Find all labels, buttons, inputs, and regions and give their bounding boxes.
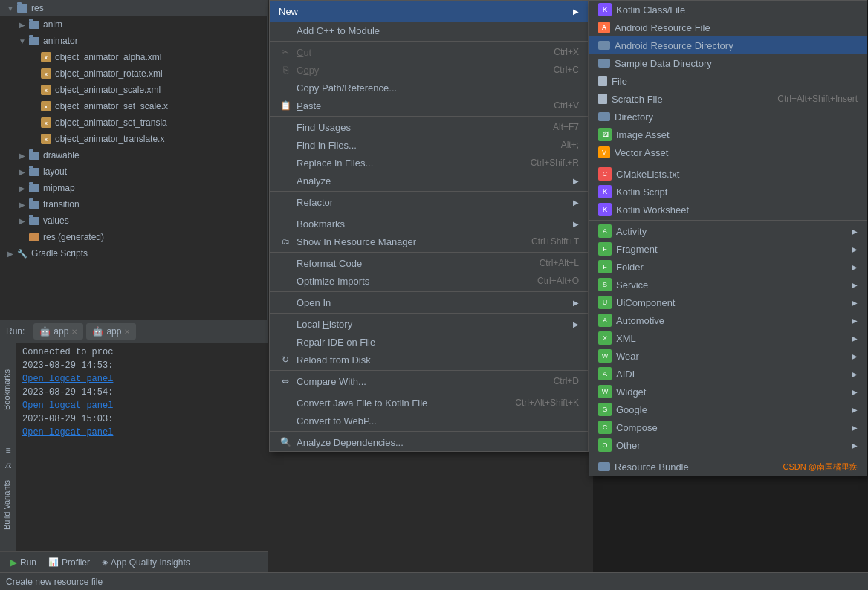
analyze-arrow: ▶ [573, 177, 579, 185]
run-line-3[interactable]: Open logcat panel [22, 372, 262, 386]
quality-button[interactable]: ◈ App Quality Insights [97, 556, 195, 569]
tree-item-values[interactable]: ▶ values [0, 213, 267, 229]
menu-widget[interactable]: W Widget ▶ [589, 383, 867, 401]
menu-add-cpp[interactable]: Add C++ to Module [270, 22, 588, 39]
menu-show-resource-manager[interactable]: 🗂 Show In Resource Manager Ctrl+Shift+T [270, 233, 588, 250]
menu-copy-path[interactable]: Copy Path/Reference... [270, 79, 588, 97]
menu-local-history[interactable]: Local History ▶ [270, 315, 588, 333]
tree-item-layout[interactable]: ▶ layout [0, 163, 267, 180]
other-arrow: ▶ [852, 441, 858, 450]
menu-find-in-files[interactable]: Find in Files... Alt+; [270, 136, 588, 154]
menu-resource-bundle[interactable]: Resource Bundle CSDN @南国橘里疾 [589, 458, 867, 476]
menu-new-header[interactable]: New ▶ [270, 1, 588, 22]
run-tab-1-close[interactable]: ✕ [71, 328, 77, 336]
tree-item-drawable[interactable]: ▶ drawable [0, 147, 267, 163]
menu-other[interactable]: O Other ▶ [589, 436, 867, 454]
menu-analyze-dependencies[interactable]: 🔍 Analyze Dependencies... [270, 433, 588, 451]
tree-item-xml1[interactable]: ▶ x object_animator_alpha.xml [0, 49, 267, 65]
menu-directory[interactable]: Directory [589, 108, 867, 126]
menu-fragment-label: Fragment [616, 244, 846, 255]
profiler-button[interactable]: 📊 Profiler [44, 556, 94, 569]
local-history-arrow: ▶ [573, 320, 579, 328]
menu-bookmarks[interactable]: Bookmarks ▶ [270, 215, 588, 233]
bookmarks-sidebar-tab[interactable]: Bookmarks [0, 342, 13, 438]
menu-compare-with[interactable]: ⇔ Compare With... Ctrl+D [270, 372, 588, 390]
run-tab-2[interactable]: 🤖 app ✕ [86, 323, 136, 340]
profiler-icon: 📊 [48, 557, 59, 567]
menu-analyze[interactable]: Analyze ▶ [270, 172, 588, 189]
menu-bookmarks-label: Bookmarks [297, 218, 567, 230]
tree-label-layout: layout [43, 166, 67, 177]
tree-item-res[interactable]: ▼ res [0, 0, 267, 16]
tree-item-xml3[interactable]: ▶ x object_animator_scale.xml [0, 82, 267, 98]
menu-refactor[interactable]: Refactor ▶ [270, 193, 588, 211]
menu-fragment[interactable]: F Fragment ▶ [589, 240, 867, 258]
menu-aidl[interactable]: A AIDL ▶ [589, 365, 867, 383]
run-link-3[interactable]: Open logcat panel [22, 427, 113, 438]
copy-shortcut: Ctrl+C [554, 65, 579, 75]
menu-other-label: Other [616, 440, 846, 451]
menu-replace-in-files[interactable]: Replace in Files... Ctrl+Shift+R [270, 154, 588, 172]
tree-item-xml6[interactable]: ▶ x object_animator_translate.x [0, 131, 267, 147]
menu-find-usages[interactable]: Find Usages Alt+F7 [270, 118, 588, 136]
menu-repair-ide[interactable]: Repair IDE on File [270, 333, 588, 351]
run-button[interactable]: ▶ Run [6, 556, 41, 569]
menu-kotlin-worksheet[interactable]: K Kotlin Worksheet [589, 201, 867, 218]
toolbar-filter-btn[interactable]: ≡ [1, 444, 15, 457]
tree-item-xml2[interactable]: ▶ x object_animator_rotate.xml [0, 65, 267, 82]
menu-service[interactable]: S Service ▶ [589, 276, 867, 294]
menu-optimize-imports[interactable]: Optimize Imports Ctrl+Alt+O [270, 272, 588, 290]
tree-item-xml5[interactable]: ▶ x object_animator_set_transla [0, 114, 267, 131]
menu-compose[interactable]: C Compose ▶ [589, 418, 867, 436]
menu-uicomponent[interactable]: U UiComponent ▶ [589, 294, 867, 311]
wear-icon: W [598, 349, 612, 363]
menu-file[interactable]: File [589, 72, 867, 90]
menu-wear[interactable]: W Wear ▶ [589, 347, 867, 365]
chevron-mipmap: ▶ [18, 184, 27, 192]
run-line-7[interactable]: Open logcat panel [22, 426, 262, 439]
tree-item-xml4[interactable]: ▶ x object_animator_set_scale.x [0, 98, 267, 114]
tree-item-anim[interactable]: ▶ anim [0, 16, 267, 33]
xml6-icon: x [40, 133, 52, 145]
menu-paste[interactable]: 📋 Paste Ctrl+V [270, 97, 588, 114]
menu-sample-data-dir[interactable]: Sample Data Directory [589, 54, 867, 72]
menu-cut[interactable]: ✂ Cut Ctrl+X [270, 43, 588, 61]
menu-xml[interactable]: X XML ▶ [589, 329, 867, 347]
tree-item-animator[interactable]: ▼ animator [0, 33, 267, 49]
menu-scratch-file[interactable]: Scratch File Ctrl+Alt+Shift+Insert [589, 90, 867, 108]
menu-kotlin-script[interactable]: K Kotlin Script [589, 183, 867, 201]
menu-reload-disk[interactable]: ↻ Reload from Disk [270, 351, 588, 369]
run-tab-1[interactable]: 🤖 app ✕ [33, 323, 83, 340]
menu-convert-webp[interactable]: Convert to WebP... [270, 412, 588, 429]
menu-image-asset[interactable]: 🖼 Image Asset [589, 126, 867, 143]
menu-copy[interactable]: ⎘ Copy Ctrl+C [270, 61, 588, 79]
menu-google[interactable]: G Google ▶ [589, 401, 867, 418]
run-link-1[interactable]: Open logcat panel [22, 374, 113, 384]
menu-folder[interactable]: F Folder ▶ [589, 258, 867, 276]
menu-convert-java-kotlin[interactable]: Convert Java File to Kotlin File Ctrl+Al… [270, 394, 588, 412]
menu-android-resource-file[interactable]: A Android Resource File [589, 19, 867, 36]
build-variants-tab[interactable]: Build Variants [0, 468, 13, 542]
google-arrow: ▶ [852, 406, 858, 414]
menu-aidl-label: AIDL [616, 369, 846, 380]
menu-cmake[interactable]: C CMakeLists.txt [589, 165, 867, 183]
activity-arrow: ▶ [852, 227, 858, 236]
menu-automotive[interactable]: A Automotive ▶ [589, 311, 867, 329]
tree-item-mipmap[interactable]: ▶ mipmap [0, 180, 267, 196]
run-text-2: 2023-08-29 14:53: [22, 360, 113, 371]
tree-item-res-generated[interactable]: ▶ res (generated) [0, 229, 267, 245]
find-in-files-shortcut: Alt+; [561, 140, 579, 150]
menu-open-in[interactable]: Open In ▶ [270, 294, 588, 311]
run-line-5[interactable]: Open logcat panel [22, 399, 262, 412]
menu-cmake-label: CMakeLists.txt [616, 169, 858, 180]
menu-activity[interactable]: A Activity ▶ [589, 222, 867, 240]
run-link-2[interactable]: Open logcat panel [22, 401, 113, 411]
menu-android-resource-dir[interactable]: Android Resource Directory [589, 36, 867, 54]
menu-reformat-code[interactable]: Reformat Code Ctrl+Alt+L [270, 254, 588, 272]
tree-label-anim: anim [43, 19, 62, 30]
run-tab-2-close[interactable]: ✕ [124, 328, 130, 336]
tree-item-transition[interactable]: ▶ transition [0, 196, 267, 213]
menu-vector-asset[interactable]: V Vector Asset [589, 143, 867, 161]
menu-kotlin-class[interactable]: K Kotlin Class/File [589, 1, 867, 19]
tree-item-gradle[interactable]: ▶ 🔧 Gradle Scripts [0, 245, 267, 262]
